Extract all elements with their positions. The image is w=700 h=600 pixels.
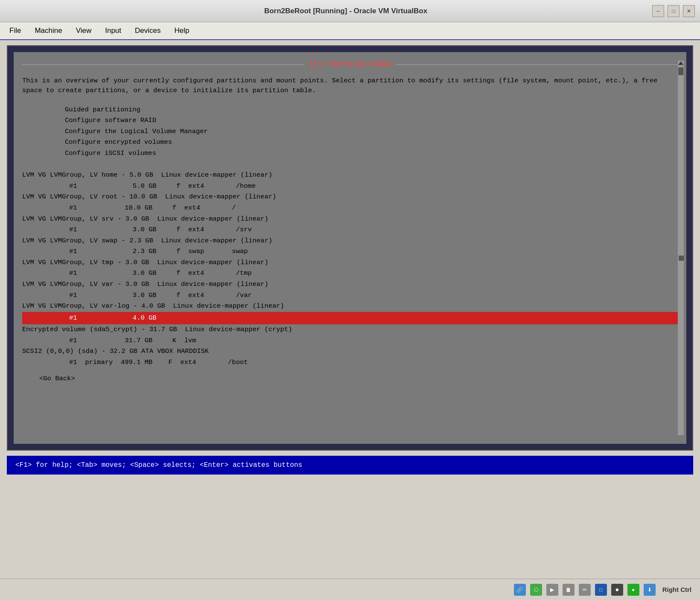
header-line-right	[395, 64, 678, 65]
lvm-srv-sub[interactable]: #1 3.0 GB f ext4 /srv	[69, 224, 678, 236]
option-raid[interactable]: Configure software RAID	[65, 115, 678, 126]
menu-help[interactable]: Help	[169, 24, 195, 38]
option-iscsi[interactable]: Configure iSCSI volumes	[65, 148, 678, 159]
scrollbar[interactable]	[678, 61, 684, 435]
lvm-srv-header[interactable]: LVM VG LVMGroup, LV srv - 3.0 GB Linux d…	[22, 214, 678, 225]
lvm-root-header[interactable]: LVM VG LVMGroup, LV root - 10.0 GB Linux…	[22, 192, 678, 203]
menu-devices[interactable]: Devices	[129, 24, 166, 38]
lvm-var-sub[interactable]: #1 3.0 GB f ext4 /var	[69, 290, 678, 301]
option-encrypted[interactable]: Configure encrypted volumes	[65, 137, 678, 148]
taskbar-icon-vm-dark[interactable]: ■	[611, 584, 623, 596]
taskbar-icon-clipboard[interactable]: 📋	[563, 584, 575, 596]
terminal-screen[interactable]: [!!] Partition disks This is an overview…	[14, 52, 686, 444]
option-lvm[interactable]: Configure the Logical Volume Manager	[65, 126, 678, 137]
menu-input[interactable]: Input	[99, 24, 127, 38]
description-text: This is an overview of your currently co…	[22, 76, 678, 96]
close-button[interactable]: ✕	[683, 5, 695, 17]
taskbar-icon-vm-blue[interactable]: □	[595, 584, 607, 596]
lvm-home-header[interactable]: LVM VG LVMGroup, LV home - 5.0 GB Linux …	[22, 170, 678, 181]
taskbar-icon-display[interactable]: ▶	[546, 584, 558, 596]
lvm-varlog-header[interactable]: LVM VG LVMGroup, LV var-log - 4.0 GB Lin…	[22, 301, 678, 312]
status-text: <F1> for help; <Tab> moves; <Space> sele…	[15, 461, 302, 469]
taskbar-icon-green[interactable]: ●	[627, 584, 639, 596]
lvm-home-sub[interactable]: #1 5.0 GB f ext4 /home	[69, 181, 678, 192]
taskbar-icon-settings[interactable]: ✏	[579, 584, 591, 596]
vm-area: [!!] Partition disks This is an overview…	[7, 45, 693, 451]
lvm-tmp-header[interactable]: LVM VG LVMGroup, LV tmp - 3.0 GB Linux d…	[22, 257, 678, 268]
lvm-varlog-sub-highlighted[interactable]: #1 4.0 GB	[22, 312, 678, 325]
maximize-button[interactable]: □	[668, 5, 680, 17]
encrypted-header[interactable]: Encrypted volume (sda5_crypt) - 31.7 GB …	[22, 324, 678, 335]
window-controls[interactable]: – □ ✕	[652, 5, 695, 17]
menu-machine[interactable]: Machine	[29, 24, 68, 38]
encrypted-sub[interactable]: #1 31.7 GB K lvm	[69, 335, 678, 347]
lvm-var-header[interactable]: LVM VG LVMGroup, LV var - 3.0 GB Linux d…	[22, 279, 678, 290]
partition-header-line: [!!] Partition disks	[22, 61, 678, 68]
menu-file[interactable]: File	[3, 24, 27, 38]
taskbar-icon-usb[interactable]: ⬡	[530, 584, 542, 596]
lvm-swap-sub[interactable]: #1 2.3 GB f swap swap	[69, 246, 678, 257]
right-ctrl-label: Right Ctrl	[662, 586, 691, 593]
menu-options: Guided partitioning Configure software R…	[65, 105, 678, 159]
menu-bar: File Machine View Input Devices Help	[0, 22, 700, 40]
scsi-sub[interactable]: #1 primary 499.1 MB F ext4 /boot	[69, 357, 678, 368]
lvm-tmp-sub[interactable]: #1 3.0 GB f ext4 /tmp	[69, 268, 678, 279]
minimize-button[interactable]: –	[652, 5, 664, 17]
status-bar: <F1> for help; <Tab> moves; <Space> sele…	[7, 456, 693, 475]
header-line-left	[22, 64, 305, 65]
option-guided[interactable]: Guided partitioning	[65, 105, 678, 116]
scsi-header[interactable]: SCSI2 (0,0,0) (sda) - 32.2 GB ATA VBOX H…	[22, 346, 678, 357]
taskbar-icon-network[interactable]: 🔗	[514, 584, 526, 596]
scroll-thumb-top[interactable]	[678, 67, 683, 75]
lvm-swap-header[interactable]: LVM VG LVMGroup, LV swap - 2.3 GB Linux …	[22, 236, 678, 247]
go-back-button[interactable]: <Go Back>	[39, 375, 678, 382]
scroll-thumb-mid[interactable]	[679, 256, 684, 261]
taskbar-icon-capture[interactable]: ⬇	[644, 584, 656, 596]
partition-header-label: [!!] Partition disks	[305, 61, 395, 68]
lvm-entries: LVM VG LVMGroup, LV home - 5.0 GB Linux …	[22, 170, 678, 368]
lvm-root-sub[interactable]: #1 10.0 GB f ext4 /	[69, 203, 678, 214]
window-title: Born2BeRoot [Running] - Oracle VM Virtua…	[39, 7, 652, 15]
scroll-up-arrow[interactable]	[678, 61, 683, 65]
taskbar: 🔗 ⬡ ▶ 📋 ✏ □ ■ ● ⬇ Right Ctrl	[0, 579, 700, 600]
title-bar: Born2BeRoot [Running] - Oracle VM Virtua…	[0, 0, 700, 22]
menu-view[interactable]: View	[70, 24, 98, 38]
